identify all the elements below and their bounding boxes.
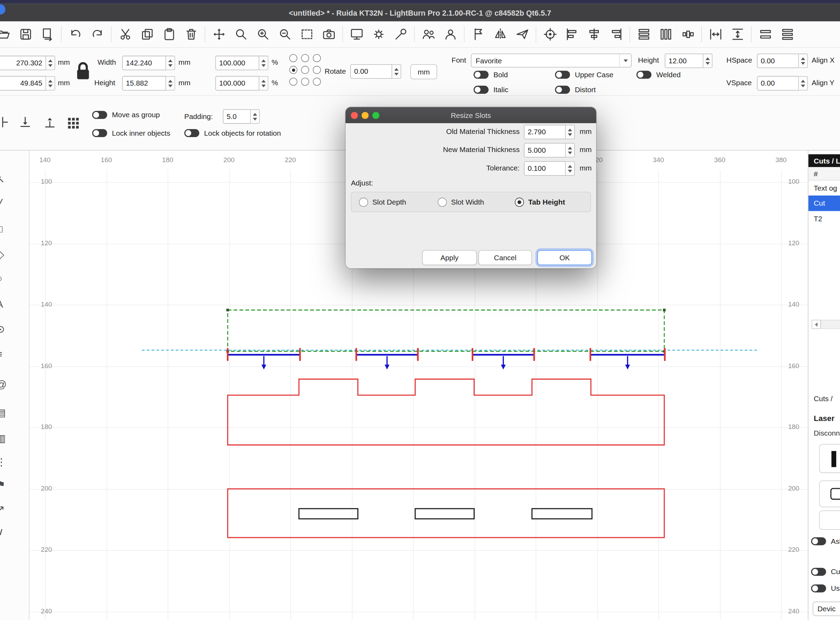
cancel-button[interactable]: Cancel: [479, 250, 532, 265]
tool-ellipse-icon[interactable]: ○: [0, 273, 2, 284]
move-as-group-toggle[interactable]: Move as group: [92, 111, 160, 119]
pause-button[interactable]: [819, 444, 840, 473]
scroll-left-icon[interactable]: [811, 320, 820, 329]
layer-row-t2[interactable]: T2: [808, 211, 840, 226]
width-percent-stepper[interactable]: [259, 56, 268, 70]
x-position-stepper[interactable]: [46, 56, 55, 70]
anchor-position-selector[interactable]: [289, 54, 322, 87]
tolerance-stepper[interactable]: [566, 161, 575, 176]
bold-toggle[interactable]: Bold: [474, 71, 508, 79]
copy-icon[interactable]: [136, 25, 158, 44]
zoom-in-icon[interactable]: [252, 25, 274, 44]
tool-arrow-icon[interactable]: ↗: [0, 503, 5, 515]
y-position-input[interactable]: 49.845: [0, 76, 46, 91]
tab-height-radio[interactable]: [515, 198, 524, 207]
grid-array-icon[interactable]: [66, 116, 80, 132]
machine-settings-icon[interactable]: [367, 25, 389, 44]
tool-spiral-icon[interactable]: @: [0, 379, 7, 390]
space-vertical-icon[interactable]: [727, 25, 748, 44]
close-icon[interactable]: [351, 112, 357, 119]
chevron-down-icon[interactable]: [619, 54, 631, 67]
old-thickness-input[interactable]: 2.790: [524, 125, 566, 140]
upper-case-switch-icon[interactable]: [555, 71, 570, 79]
rotate-input[interactable]: 0.00: [351, 65, 392, 79]
dialog-titlebar[interactable]: Resize Slots: [346, 107, 596, 123]
lock-rotation-switch-icon[interactable]: [184, 129, 199, 137]
width-stepper[interactable]: [166, 56, 175, 70]
italic-toggle[interactable]: Italic: [474, 86, 508, 93]
paste-icon[interactable]: [158, 25, 180, 44]
tool-line-icon[interactable]: ╱: [0, 199, 2, 211]
push-down-icon[interactable]: [18, 115, 32, 131]
welded-switch-icon[interactable]: [637, 71, 652, 79]
frame-select-icon[interactable]: [296, 25, 318, 44]
anchor-top-left[interactable]: [289, 54, 297, 62]
y-position-stepper[interactable]: [46, 76, 55, 91]
ask-switch-icon[interactable]: [811, 537, 826, 545]
undo-icon[interactable]: [65, 25, 86, 44]
ask-toggle[interactable]: Ask: [811, 537, 840, 545]
mirror-icon[interactable]: [489, 25, 511, 44]
italic-switch-icon[interactable]: [474, 86, 489, 93]
tool-offset-icon[interactable]: ≡: [0, 349, 2, 360]
distort-switch-icon[interactable]: [555, 86, 570, 93]
distort-toggle[interactable]: Distort: [555, 86, 596, 93]
extra-button[interactable]: [819, 510, 840, 530]
anchor-middle-center[interactable]: [301, 66, 309, 74]
preview-window-icon[interactable]: [346, 25, 367, 44]
padding-input[interactable]: 5.0: [223, 109, 251, 124]
height-stepper[interactable]: [166, 76, 175, 91]
anchor-bottom-left[interactable]: [289, 78, 297, 86]
vspace-input[interactable]: 0.00: [757, 76, 799, 91]
export-icon[interactable]: [36, 25, 59, 44]
stack-three-icon[interactable]: [776, 25, 798, 44]
cut-icon[interactable]: [114, 25, 136, 44]
start-icon[interactable]: [467, 25, 489, 44]
tab-cuts-layers[interactable]: Cuts / L: [808, 154, 840, 167]
font-height-input[interactable]: 12.00: [665, 54, 704, 68]
anchor-middle-left[interactable]: [289, 66, 297, 74]
slot-panel-outline[interactable]: [227, 489, 664, 537]
layer-row-cut-selected[interactable]: Cut: [808, 196, 840, 211]
anchor-top-right[interactable]: [313, 54, 321, 62]
anchor-bottom-right[interactable]: [313, 78, 321, 86]
anchor-bottom-center[interactable]: [301, 78, 309, 86]
space-horizontal-icon[interactable]: [704, 25, 726, 44]
move-icon[interactable]: [208, 25, 230, 44]
hspace-input[interactable]: 0.00: [757, 54, 799, 68]
tool-rectangle-icon[interactable]: □: [0, 223, 2, 235]
distribute-cols-icon[interactable]: [655, 25, 676, 44]
stack-two-icon[interactable]: [754, 25, 776, 44]
save-icon[interactable]: [15, 25, 36, 44]
vspace-stepper[interactable]: [799, 76, 808, 91]
tolerance-input[interactable]: 0.100: [524, 161, 566, 176]
slot-depth-radio[interactable]: [359, 198, 368, 207]
distribute-mixed-icon[interactable]: [676, 25, 698, 44]
layer-row-text[interactable]: Text og: [808, 181, 840, 196]
hspace-stepper[interactable]: [799, 54, 808, 68]
apply-button[interactable]: Apply: [422, 250, 477, 265]
redo-icon[interactable]: [86, 25, 108, 44]
lock-inner-switch-icon[interactable]: [92, 129, 107, 137]
delete-icon[interactable]: [180, 25, 202, 44]
font-height-stepper[interactable]: [703, 54, 712, 68]
use-selection-toggle[interactable]: Use: [811, 584, 840, 593]
group-users-icon[interactable]: [417, 25, 439, 44]
tool-chevron-icon[interactable]: ∨: [0, 525, 4, 537]
distribute-rows-icon[interactable]: [632, 25, 655, 44]
frame-button[interactable]: [819, 480, 840, 507]
tab-strip-outline[interactable]: [227, 379, 664, 445]
units-button[interactable]: mm: [410, 65, 437, 79]
upper-case-toggle[interactable]: Upper Case: [555, 71, 613, 79]
anchor-top-center[interactable]: [301, 54, 309, 62]
align-left-icon[interactable]: [561, 25, 583, 44]
tool-doc2-icon[interactable]: ▥: [0, 432, 6, 444]
zoom-select-icon[interactable]: [230, 25, 251, 44]
new-thickness-input[interactable]: 5.000: [524, 143, 566, 158]
move-as-group-switch-icon[interactable]: [92, 111, 107, 119]
tool-text-icon[interactable]: A: [0, 298, 3, 310]
ok-button[interactable]: OK: [537, 250, 592, 265]
cut-selected-switch-icon[interactable]: [811, 568, 826, 576]
send-icon[interactable]: [511, 25, 533, 44]
anchor-middle-right[interactable]: [313, 66, 321, 74]
